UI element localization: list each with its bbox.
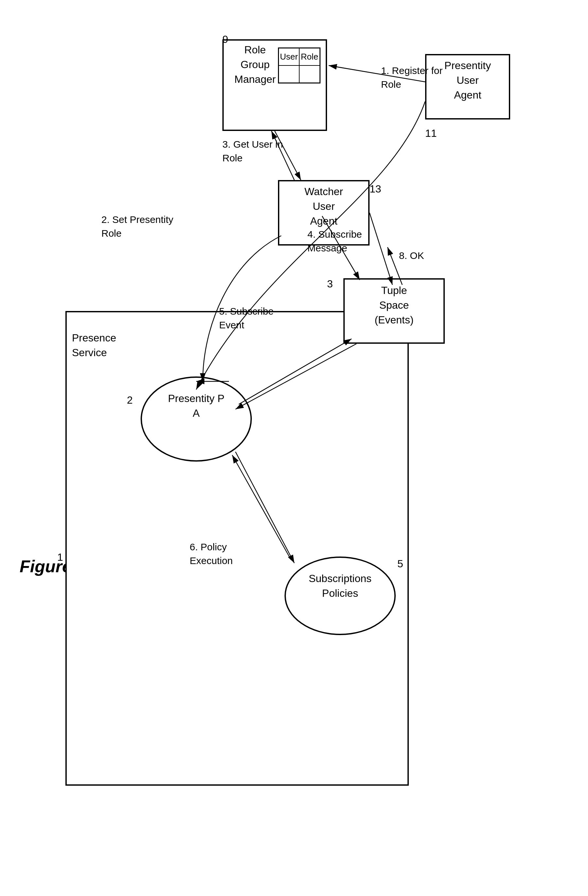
label-13: 13 — [369, 182, 381, 197]
presentity-pa-label: Presentity PA — [144, 391, 248, 421]
role-table-cell-user: User — [279, 48, 299, 66]
svg-line-5 — [369, 213, 392, 285]
presence-service-box — [65, 311, 409, 786]
role-group-manager-label: RoleGroupManager — [226, 43, 284, 87]
role-table-cell-role: Role — [299, 48, 320, 66]
step4-label: 4. SubscribeMessage — [307, 227, 362, 255]
page-container: Figure 3 PresenceService 1 RoleGroupMana… — [0, 0, 588, 896]
role-table-cell-empty2 — [299, 66, 320, 83]
label-3: 3 — [327, 277, 333, 291]
presence-service-label: PresenceService — [72, 331, 116, 360]
watcher-user-agent-label: WatcherUserAgent — [281, 184, 366, 228]
step6-label: 6. PolicyExecution — [190, 540, 233, 568]
label-9: 9 — [222, 32, 228, 47]
label-2: 2 — [127, 393, 133, 408]
step8-label: 8. OK — [399, 249, 424, 262]
step1-label: 1. Register forRole — [381, 64, 442, 91]
role-table-cell-empty1 — [279, 66, 299, 83]
role-table: User Role — [278, 47, 321, 84]
step5-label: 5. SubscribeEvent — [219, 305, 274, 332]
tuple-space-label: TupleSpace(Events) — [346, 283, 442, 327]
label-1: 1 — [57, 550, 63, 565]
subscriptions-policies-label: SubscriptionsPolicies — [289, 571, 392, 601]
label-11: 11 — [425, 126, 437, 141]
step3-label: 3. Get User inRole — [222, 137, 283, 165]
label-5: 5 — [397, 556, 403, 571]
step2-label: 2. Set PresentityRole — [101, 213, 173, 240]
